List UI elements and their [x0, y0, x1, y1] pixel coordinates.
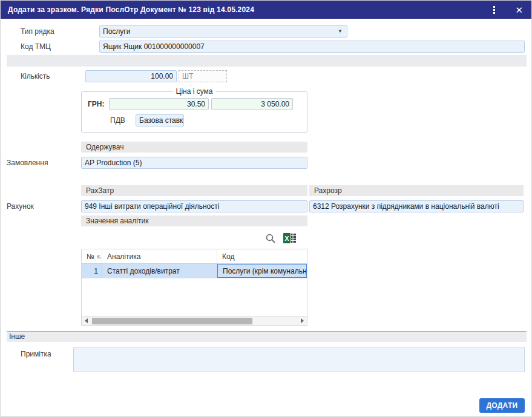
tmc-code-input[interactable]: Ящик Ящик 001000000000007 — [99, 41, 525, 53]
scrollbar-track[interactable] — [91, 317, 298, 326]
horizontal-scrollbar[interactable] — [82, 316, 307, 325]
analytics-section-header: Значення аналітик — [81, 215, 307, 226]
separator-bar — [7, 55, 527, 67]
tmc-code-label: Код ТМЦ — [21, 42, 51, 51]
order-label: Замовлення — [7, 159, 48, 167]
close-icon[interactable]: ✕ — [515, 5, 523, 15]
row-type-label: Тип рядка — [21, 27, 54, 36]
quantity-label: Кількість — [21, 72, 50, 80]
scroll-left-arrow[interactable] — [82, 317, 91, 326]
add-button[interactable]: ДОДАТИ — [479, 398, 525, 413]
chevron-down-icon: ▼ — [338, 26, 344, 37]
quantity-unit-field: ШТ — [179, 70, 227, 82]
code-header-label: Код — [222, 252, 234, 261]
num-header-label: № — [87, 252, 94, 261]
column-header-code[interactable]: Код — [217, 249, 307, 263]
column-header-num[interactable]: № — [82, 249, 102, 263]
vat-label: ПДВ — [110, 116, 125, 125]
recipient-section-header: Одержувач — [81, 142, 307, 153]
order-input[interactable]: AP Production (5) — [81, 157, 307, 169]
note-label: Примітка — [21, 350, 51, 358]
row-number-cell: 1 — [82, 264, 102, 278]
column-header-analytics[interactable]: Аналітика — [102, 249, 217, 263]
add-by-sample-dialog: Додати за зразком. Рядки ПослОтр Докумен… — [0, 0, 532, 417]
row-type-value: Послуги — [103, 26, 338, 37]
quantity-input[interactable]: 100.00 — [85, 70, 177, 82]
analytics-table: № Аналітика Код 1 Статті доходів/витрат … — [81, 249, 307, 326]
dialog-title: Додати за зразком. Рядки ПослОтр Докумен… — [1, 5, 254, 14]
sum-input[interactable]: 3 050.00 — [211, 98, 293, 110]
title-bar: Додати за зразком. Рядки ПослОтр Докумен… — [1, 1, 531, 19]
note-textarea[interactable] — [73, 347, 525, 372]
search-icon[interactable] — [265, 233, 276, 246]
analytics-table-header: № Аналітика Код — [82, 249, 307, 264]
price-input[interactable]: 30.50 — [109, 98, 209, 110]
menu-kebab-icon[interactable] — [490, 5, 498, 15]
settlement-account-input[interactable]: 6312 Розрахунки з підрядниками в націона… — [309, 200, 524, 212]
row-analytics-cell[interactable]: Статті доходів/витрат — [102, 264, 217, 278]
other-section-header: Інше — [7, 331, 527, 342]
analytics-header-label: Аналітика — [107, 252, 140, 261]
expense-account-header: РахЗатр — [81, 185, 307, 196]
settlement-account-header: Рахрозр — [309, 185, 524, 196]
vat-input[interactable]: Базова ставка ( — [136, 114, 184, 126]
svg-text:X: X — [284, 235, 289, 242]
table-row[interactable]: 1 Статті доходів/витрат Послуги (крім ко… — [82, 264, 307, 278]
account-label: Рахунок — [7, 202, 34, 211]
currency-label: ГРН: — [88, 100, 104, 108]
price-sum-fieldset: Ціна і сума ГРН: 30.50 3 050.00 ПДВ Базо… — [81, 91, 307, 133]
expense-account-input[interactable]: 949 Інші витрати операційної діяльності — [81, 200, 307, 212]
row-type-select[interactable]: Послуги ▼ — [99, 25, 347, 38]
scrollbar-thumb[interactable] — [92, 318, 252, 324]
sort-icon — [97, 254, 102, 260]
row-code-cell[interactable]: Послуги (крім комунальних — [217, 264, 307, 278]
excel-export-icon[interactable]: X — [283, 232, 297, 247]
price-sum-legend: Ціна і сума — [173, 87, 216, 96]
scroll-right-arrow[interactable] — [298, 317, 307, 326]
